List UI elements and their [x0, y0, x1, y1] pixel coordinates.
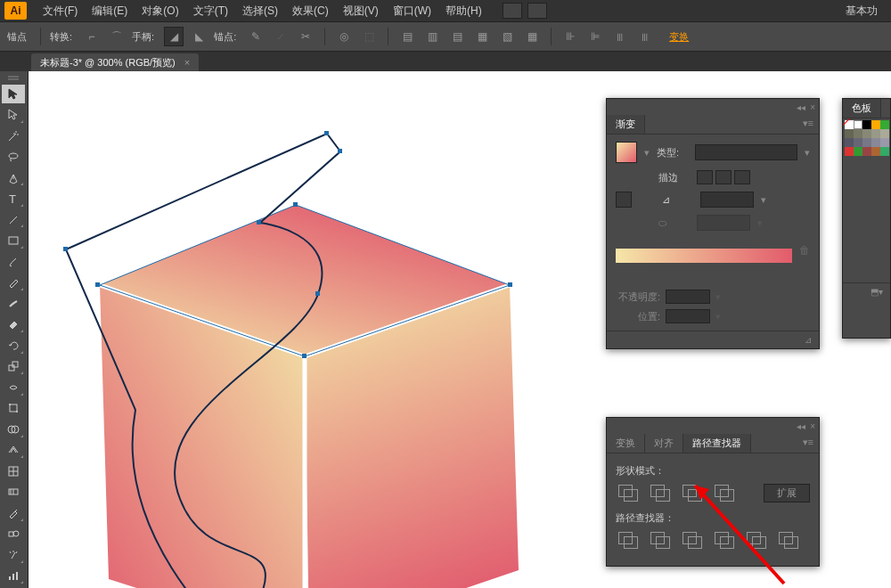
gradient-slider[interactable] [616, 249, 792, 263]
panel-collapse-icon[interactable]: ◂◂ [797, 102, 805, 112]
aspect-input[interactable] [697, 215, 750, 231]
panel-resize-icon[interactable]: ⊿ [805, 335, 812, 345]
swatch[interactable] [871, 147, 880, 156]
edit-icon[interactable]: ⬚ [359, 27, 379, 46]
isolate-icon[interactable]: ◎ [334, 27, 354, 46]
free-transform-tool[interactable] [2, 399, 25, 419]
width-tool[interactable] [2, 378, 25, 397]
swatch[interactable] [845, 138, 854, 147]
menu-type[interactable]: 文字(T) [186, 1, 235, 21]
menu-edit[interactable]: 编辑(E) [85, 1, 135, 21]
dropdown-arrow-icon[interactable]: ▾ [805, 147, 810, 159]
pathfinder-tab[interactable]: 路径查找器 [683, 434, 751, 453]
menu-help[interactable]: 帮助(H) [438, 1, 489, 21]
direct-selection-tool[interactable] [2, 105, 25, 125]
perspective-grid-tool[interactable] [2, 441, 25, 461]
swatch[interactable] [871, 129, 880, 138]
eyedropper-tool[interactable] [2, 503, 25, 523]
column-graph-tool[interactable] [2, 567, 25, 586]
magic-wand-tool[interactable] [2, 127, 25, 146]
dropdown-arrow-icon[interactable]: ▾ [644, 147, 650, 159]
position-input[interactable] [666, 309, 710, 323]
menu-window[interactable]: 窗口(W) [386, 1, 438, 21]
menu-view[interactable]: 视图(V) [336, 1, 386, 21]
swatch[interactable] [854, 138, 862, 147]
align-hcenter-icon[interactable]: ▥ [422, 27, 442, 46]
mesh-tool[interactable] [2, 461, 25, 481]
gradient-stops[interactable] [616, 263, 810, 284]
scale-tool[interactable] [2, 357, 25, 377]
swatch[interactable] [862, 120, 871, 129]
swatch[interactable] [845, 147, 854, 156]
distribute-space-h-icon[interactable]: ⫼ [610, 27, 630, 46]
dropdown-arrow-icon[interactable]: ▾ [761, 194, 766, 206]
line-tool[interactable] [2, 210, 25, 230]
bridge-icon[interactable] [503, 3, 522, 19]
document-tab[interactable]: 未标题-3* @ 300% (RGB/预览) × [31, 53, 199, 71]
toolbox-handle[interactable] [2, 74, 25, 83]
panel-menu-icon[interactable]: ▾≡ [797, 434, 819, 453]
align-vcenter-icon[interactable]: ▧ [497, 27, 517, 46]
distribute-h-icon[interactable]: ⊪ [560, 27, 580, 46]
selection-tool[interactable] [2, 85, 25, 104]
minus-front-icon[interactable] [648, 483, 671, 502]
connect-anchor-icon[interactable]: ⟋ [271, 27, 290, 46]
type-tool[interactable]: T [2, 189, 25, 208]
stroke-type-3-icon[interactable] [734, 170, 750, 184]
transform-link[interactable]: 变换 [669, 30, 689, 44]
swatch-menu-icon[interactable]: ⬒▾ [871, 287, 883, 297]
gradient-tab[interactable]: 渐变 [607, 115, 645, 134]
blob-brush-tool[interactable] [2, 294, 25, 314]
menu-file[interactable]: 文件(F) [36, 1, 85, 21]
convert-smooth-icon[interactable]: ⌒ [107, 27, 127, 46]
pen-tool[interactable] [2, 168, 25, 188]
shape-builder-tool[interactable] [2, 420, 25, 439]
swatch[interactable] [880, 147, 889, 156]
transform-tab[interactable]: 变换 [607, 434, 645, 453]
paintbrush-tool[interactable] [2, 252, 25, 272]
rectangle-tool[interactable] [2, 231, 25, 250]
merge-icon[interactable] [680, 530, 703, 550]
panel-close-icon[interactable]: × [810, 102, 815, 112]
gradient-tool[interactable] [2, 483, 25, 502]
dropdown-arrow-icon[interactable]: ▾ [715, 291, 721, 303]
exclude-icon[interactable] [712, 483, 735, 502]
align-right-icon[interactable]: ▤ [447, 27, 467, 46]
outline-icon[interactable] [744, 530, 767, 550]
swatch[interactable] [862, 138, 871, 147]
distribute-v-icon[interactable]: ⊫ [585, 27, 605, 46]
align-top-icon[interactable]: ▦ [472, 27, 492, 46]
swatch-none[interactable] [845, 120, 854, 129]
menu-object[interactable]: 对象(O) [135, 1, 185, 21]
swatch[interactable] [854, 129, 862, 138]
swatch[interactable] [880, 120, 889, 129]
panel-collapse-icon[interactable]: ◂◂ [797, 421, 805, 431]
expand-button[interactable]: 扩展 [764, 484, 810, 502]
swatches-tab[interactable]: 色板 [843, 99, 881, 118]
divide-icon[interactable] [616, 530, 639, 550]
lasso-tool[interactable] [2, 147, 25, 167]
align-bottom-icon[interactable]: ▦ [522, 27, 542, 46]
close-tab-icon[interactable]: × [184, 57, 190, 68]
align-tab[interactable]: 对齐 [645, 434, 683, 453]
dropdown-arrow-icon[interactable]: ▾ [715, 311, 721, 323]
blend-tool[interactable] [2, 525, 25, 544]
swatch[interactable] [871, 138, 880, 147]
swatches-panel[interactable]: 色板 ⬒▾ [842, 98, 891, 339]
reverse-gradient-icon[interactable] [616, 192, 632, 208]
panel-close-icon[interactable]: × [810, 421, 815, 431]
opacity-input[interactable] [666, 290, 710, 304]
stroke-type-2-icon[interactable] [715, 170, 732, 184]
align-left-icon[interactable]: ▤ [397, 27, 417, 46]
swatch[interactable] [880, 129, 889, 138]
distribute-space-v-icon[interactable]: ⫼ [635, 27, 655, 46]
intersect-icon[interactable] [680, 483, 703, 502]
gradient-type-select[interactable] [695, 144, 797, 160]
panel-menu-icon[interactable]: ▾≡ [797, 115, 819, 134]
swatch[interactable] [871, 120, 880, 129]
cut-path-icon[interactable]: ✂ [296, 27, 315, 46]
eraser-tool[interactable] [2, 314, 25, 334]
handle-hide-icon[interactable]: ◣ [189, 27, 208, 46]
symbol-sprayer-tool[interactable] [2, 545, 25, 565]
swatch[interactable] [854, 147, 862, 156]
